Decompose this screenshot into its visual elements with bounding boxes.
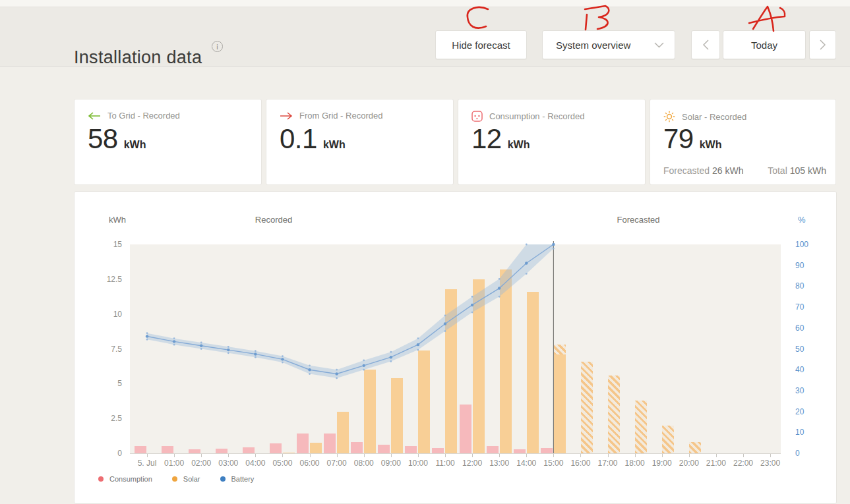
x-axis-label: 05:00 (272, 459, 292, 468)
battery-point (281, 358, 284, 360)
x-axis-label: 19:00 (652, 459, 672, 468)
legend-item-battery[interactable]: Battery (220, 475, 255, 483)
x-axis-tickmark (391, 454, 392, 457)
chevron-down-icon (654, 42, 664, 48)
x-axis-label: 07:00 (327, 459, 347, 468)
x-axis-tickmark (472, 454, 473, 457)
x-axis-tickmark (608, 454, 609, 457)
battery-point (308, 368, 311, 371)
x-axis-label: 14:00 (516, 459, 536, 468)
left-axis-tick: 12.5 (82, 274, 122, 285)
battery-point (525, 262, 528, 264)
battery-point (363, 364, 365, 367)
prev-day-button[interactable] (691, 30, 720, 59)
band-upper-dot (526, 244, 528, 246)
chart-plot (130, 244, 781, 453)
x-axis-label: 22:00 (733, 459, 753, 468)
x-axis-label: 23:00 (760, 459, 780, 468)
x-axis-label: 20:00 (679, 459, 699, 468)
right-axis-tick: 0 (795, 448, 800, 459)
battery-line-layer (130, 244, 781, 453)
info-icon[interactable]: i (212, 41, 223, 52)
left-axis-tick: 2.5 (82, 413, 122, 424)
x-axis-tickmark (282, 454, 283, 457)
battery-point (227, 349, 229, 351)
forecasted-total-label: Forecasted26 kWh (663, 165, 744, 176)
x-axis-tickmark (228, 454, 229, 457)
battery-line (147, 244, 553, 374)
left-axis-tick: 10 (82, 309, 122, 320)
left-axis-tick: 15 (82, 239, 122, 250)
view-selector[interactable]: System overview (542, 30, 675, 59)
left-axis-tick: 5 (82, 378, 122, 389)
top-strip (0, 0, 850, 7)
x-axis-tickmark (418, 454, 419, 457)
next-day-button[interactable] (809, 30, 836, 59)
left-axis-tick: 0 (82, 448, 122, 459)
band-lower-dot (173, 344, 175, 346)
battery-point (390, 356, 392, 358)
card-label: From Grid - Recorded (299, 111, 382, 121)
x-axis-tickmark (445, 454, 446, 457)
consumption-legend-dot (98, 476, 104, 482)
band-lower-dot (471, 312, 473, 314)
x-axis-tickmark (689, 454, 690, 457)
card-label: Solar - Recorded (682, 112, 746, 122)
band-lower-dot (390, 360, 392, 362)
x-axis-tickmark (147, 454, 148, 457)
band-upper-dot (228, 346, 229, 348)
right-axis-tick: 80 (795, 281, 804, 291)
battery-point (254, 352, 257, 355)
band-upper-dot (282, 355, 284, 357)
right-axis-tick: 90 (795, 260, 804, 271)
chart-card: kWh Recorded Forecasted % ConsumptionSol… (74, 191, 837, 504)
arrow-right-icon (280, 112, 293, 120)
left-axis-tick: 7.5 (82, 344, 122, 354)
card-label: Consumption - Recorded (489, 111, 585, 121)
band-upper-dot (309, 364, 311, 366)
x-axis-tickmark (743, 454, 744, 457)
x-axis-tickmark (499, 454, 500, 457)
band-lower-dot (363, 369, 365, 371)
sun-icon (663, 111, 675, 123)
battery-point (444, 322, 446, 325)
battery-legend-dot (220, 476, 226, 482)
band-lower-dot (255, 356, 257, 358)
x-axis-label: 12:00 (462, 459, 482, 468)
legend-item-consumption[interactable]: Consumption (98, 475, 152, 483)
x-axis-label: 02:00 (191, 459, 211, 468)
x-axis-tickmark (174, 454, 175, 457)
band-upper-dot (499, 278, 501, 280)
x-axis-tickmark (364, 454, 365, 457)
x-axis-tickmark (337, 454, 338, 457)
x-axis-label: 03:00 (218, 459, 238, 468)
x-axis-label: 16:00 (570, 459, 590, 468)
today-button[interactable]: Today (723, 30, 806, 59)
band-upper-dot (471, 296, 473, 298)
hide-forecast-label: Hide forecast (452, 40, 510, 51)
solar-legend-dot (172, 476, 177, 482)
battery-point (498, 287, 501, 289)
battery-point (200, 345, 202, 347)
x-axis-label: 09:00 (381, 459, 401, 468)
x-axis-label: 11:00 (435, 459, 454, 468)
band-lower-dot (282, 362, 284, 364)
battery-point (146, 335, 148, 337)
arrow-left-icon (88, 112, 101, 120)
x-axis-line (130, 453, 781, 454)
band-lower-dot (526, 273, 528, 275)
legend-item-solar[interactable]: Solar (172, 475, 200, 483)
right-axis-unit: % (798, 215, 806, 225)
hide-forecast-button[interactable]: Hide forecast (435, 30, 527, 59)
installation-data-page: Installation data i Hide forecast System… (0, 0, 850, 504)
band-upper-dot (417, 337, 419, 339)
battery-confidence-band (147, 244, 553, 378)
today-label: Today (751, 40, 777, 51)
card-unit: kWh (124, 139, 146, 151)
right-axis-tick: 70 (795, 302, 804, 312)
x-axis-label: 06:00 (300, 459, 320, 468)
card-value: 79 (663, 123, 694, 155)
right-axis-tick: 20 (795, 406, 804, 417)
x-axis-tickmark (553, 454, 554, 457)
x-axis-tickmark (770, 454, 771, 457)
